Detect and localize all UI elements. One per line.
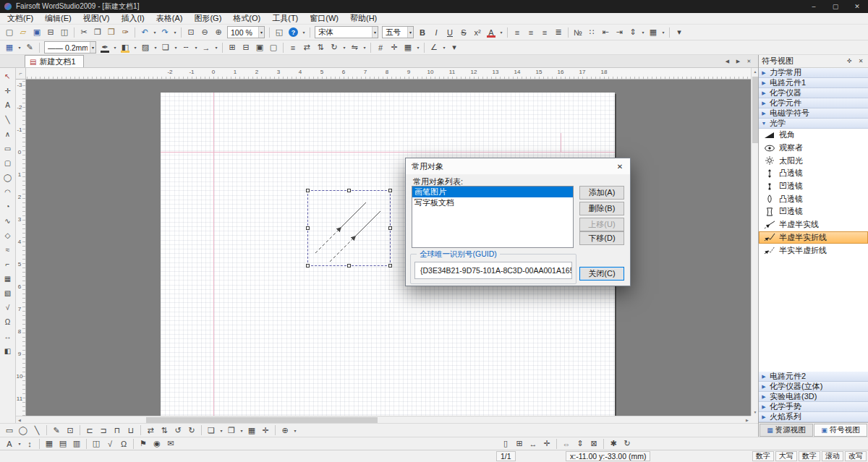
tab-symbol-view[interactable]: ▣ 符号视图 <box>814 424 867 437</box>
symbol-category-chem-instruments-3d[interactable]: ▶ 化学仪器(立体) <box>759 382 868 392</box>
group-icon[interactable]: ▣ <box>253 41 266 54</box>
curve-tool-icon[interactable]: ∿ <box>1 214 14 227</box>
resize-handle-n[interactable] <box>347 189 351 192</box>
symbol-item-view-angle[interactable]: 视角 <box>759 129 868 142</box>
insert-ellipse-icon[interactable]: ◯ <box>17 424 30 437</box>
draw-icon[interactable]: ✎ <box>23 41 36 54</box>
font-color-icon[interactable]: A <box>485 26 498 38</box>
underline-icon[interactable]: U <box>443 26 456 38</box>
italic-icon[interactable]: I <box>430 26 443 38</box>
dialog-close-icon[interactable]: ✕ <box>610 158 630 174</box>
menu-insert[interactable]: 插入(I) <box>115 13 150 24</box>
angle-icon[interactable]: ∠ <box>427 41 441 54</box>
zoom-out-icon[interactable]: ⊖ <box>198 26 211 38</box>
print-preview-icon[interactable]: ◫ <box>58 26 71 38</box>
scroll-tabs-right-icon[interactable]: ▶ <box>733 56 743 66</box>
list-item-paintbrush-picture[interactable]: 画笔图片 <box>412 187 573 197</box>
font-size-combo-caret-icon[interactable]: ▾ <box>407 27 413 38</box>
new-document-icon[interactable]: ▢ <box>3 26 16 38</box>
shadow-style-caret-icon[interactable]: ▾ <box>173 45 179 50</box>
guides-icon[interactable]: ✛ <box>388 41 401 54</box>
snap-grid-icon[interactable]: # <box>374 41 387 54</box>
fit-page-icon[interactable]: ◱ <box>273 26 286 38</box>
polygon-tool-icon[interactable]: ◇ <box>1 228 14 241</box>
resize-handle-sw[interactable] <box>306 264 310 268</box>
print-icon[interactable]: ⊟ <box>44 26 57 38</box>
zoom-tool-icon[interactable]: ⊕ <box>278 424 292 437</box>
horizontal-scroll-thumb[interactable] <box>146 417 378 423</box>
distribute-v-icon[interactable]: ⇅ <box>314 41 327 54</box>
ruler-corner-box[interactable]: ⌐ <box>16 68 26 80</box>
selected-object[interactable] <box>307 190 391 266</box>
symbol-item-concave-lens-outline[interactable]: 凹透镜 <box>759 205 868 218</box>
menu-table[interactable]: 表格(A) <box>150 13 189 24</box>
distribute-horizontal-icon[interactable]: ⇄ <box>144 424 157 437</box>
cut-icon[interactable]: ✂ <box>77 26 90 38</box>
list-item-wordpad-document[interactable]: 写字板文档 <box>412 197 573 208</box>
decrease-indent-icon[interactable]: ⇤ <box>599 26 612 38</box>
close-document-icon[interactable]: ✕ <box>744 56 754 66</box>
hatch-style-icon[interactable]: ▨ <box>139 41 152 54</box>
panel-close-icon[interactable]: ✕ <box>856 58 865 64</box>
arrow-style-caret-icon[interactable]: ▾ <box>213 45 219 50</box>
symbol-item-half-dash-polyline[interactable]: 半虚半实折线 <box>759 231 868 244</box>
toggle-caps[interactable]: 大写 <box>775 451 797 461</box>
undo-icon[interactable]: ↶ <box>138 26 151 38</box>
common-object-list[interactable]: 画笔图片 写字板文档 <box>412 186 574 248</box>
polyline-tool-icon[interactable]: ∧ <box>1 127 14 140</box>
minimize-button[interactable]: – <box>803 0 825 13</box>
resize-handle-nw[interactable] <box>306 189 310 192</box>
insert-shape-icon[interactable]: ▭ <box>3 424 16 437</box>
distribute-h-icon[interactable]: ⇄ <box>300 41 313 54</box>
send-backward-icon[interactable]: ⊟ <box>239 41 252 54</box>
connector-tool-icon[interactable]: ⌐ <box>1 257 14 270</box>
arc-tool-icon[interactable]: ◠ <box>1 185 14 198</box>
resize-handle-s[interactable] <box>347 264 351 268</box>
symbol-category-circuit-1[interactable]: ▶ 电路元件1 <box>759 78 868 88</box>
ruler-toggle-icon[interactable]: ↔ <box>527 437 540 450</box>
symbol-category-circuit-2[interactable]: ▶ 电路元件2 <box>759 372 868 382</box>
add-button[interactable]: 添加(A) <box>579 186 624 200</box>
formula-tool-icon[interactable]: √ <box>1 301 14 314</box>
page-grid-icon[interactable]: ⊞ <box>513 437 526 450</box>
order-objects-caret-icon[interactable]: ▾ <box>239 428 244 433</box>
insert-table-icon[interactable]: ▦ <box>43 437 56 450</box>
hatch-style-caret-icon[interactable]: ▾ <box>153 45 158 50</box>
align-center-icon[interactable]: ≡ <box>524 26 537 38</box>
grid-toggle-icon[interactable]: ▦ <box>245 424 258 437</box>
snap-toggle-icon[interactable]: ✛ <box>259 424 272 437</box>
bold-icon[interactable]: B <box>416 26 429 38</box>
rotate-icon[interactable]: ↻ <box>328 41 341 54</box>
redo-icon[interactable]: ↷ <box>158 26 171 38</box>
font-family-combo-caret-icon[interactable]: ▾ <box>372 27 378 38</box>
redo-caret-icon[interactable]: ▾ <box>172 30 178 35</box>
resize-handle-e[interactable] <box>388 226 392 230</box>
menu-format[interactable]: 格式(O) <box>227 13 266 24</box>
font-family-combo[interactable]: 宋体▾ <box>315 26 378 38</box>
menu-help[interactable]: 帮助(H) <box>344 13 383 24</box>
rotate-caret-icon[interactable]: ▾ <box>341 45 347 50</box>
border-caret-icon[interactable]: ▾ <box>660 30 666 35</box>
strikethrough-icon[interactable]: S <box>457 26 470 38</box>
symbol-category-optics[interactable]: ▼ 光学 <box>759 119 868 129</box>
dialog-title-bar[interactable]: 常用对象 ✕ <box>406 158 630 174</box>
toggle-number[interactable]: 数字 <box>752 451 774 461</box>
save-icon[interactable]: ▣ <box>30 26 43 38</box>
symbol-item-convex-lens[interactable]: 凸透镜 <box>759 167 868 180</box>
formula-icon[interactable]: √ <box>103 437 116 450</box>
text-style-icon[interactable]: A <box>3 437 16 450</box>
freehand-tool-icon[interactable]: ≈ <box>1 243 14 256</box>
line-spacing-caret-icon[interactable]: ▾ <box>640 30 646 35</box>
pie-tool-icon[interactable]: ◔ <box>1 200 14 213</box>
line-width-combo[interactable]: —— 0.2mm▾ <box>44 41 96 54</box>
zoom-tool-caret-icon[interactable]: ▾ <box>292 428 298 433</box>
mail-icon[interactable]: ✉ <box>164 437 177 450</box>
numbered-list-icon[interactable]: № <box>571 26 584 38</box>
more-tools-icon[interactable]: ▾ <box>448 41 461 54</box>
align-top-edge-icon[interactable]: ⊓ <box>111 424 124 437</box>
font-color-caret-icon[interactable]: ▾ <box>498 30 504 35</box>
rotate-right-icon[interactable]: ↻ <box>185 424 198 437</box>
close-button[interactable]: ✕ <box>846 0 868 13</box>
shadow-style-icon[interactable]: ❏ <box>159 41 172 54</box>
horizontal-ruler[interactable]: -2-10123456789101112131415161718 <box>26 68 751 80</box>
